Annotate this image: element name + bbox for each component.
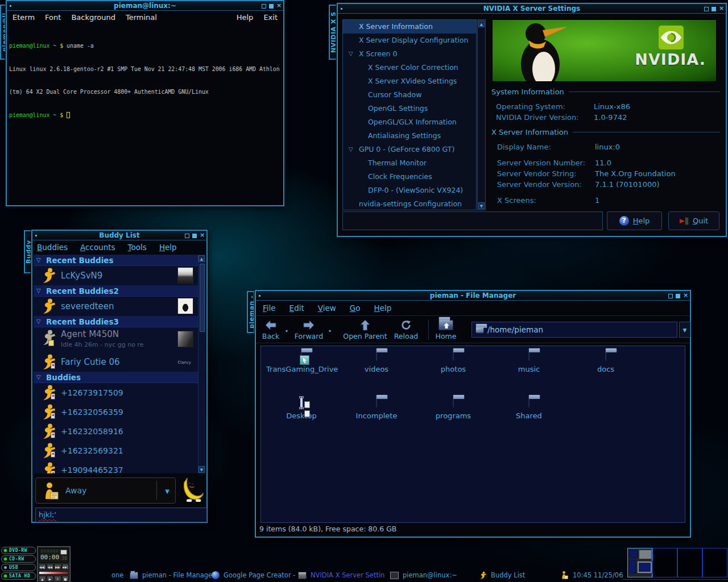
collapse-icon[interactable]: ▽: [36, 255, 41, 266]
group-recent-buddies2[interactable]: ▽Recent Buddies2: [34, 285, 198, 297]
folder-programs[interactable]: programs: [418, 398, 489, 420]
tree-item-nvidia-settings-config[interactable]: nvidia-settings Configuration: [343, 197, 476, 210]
home-button[interactable]: Home: [433, 318, 458, 340]
menu-eterm[interactable]: Eterm: [13, 13, 35, 22]
window-menu-icon[interactable]: [10, 5, 11, 7]
folder-transgaming-drive[interactable]: TransGaming_Drive: [266, 352, 337, 373]
task-terminal[interactable]: pieman@linux:~: [390, 570, 457, 580]
terminal-output[interactable]: pieman@linux ~ $ uname -a Linux linux 2.…: [7, 23, 283, 138]
dropdown-icon[interactable]: ▼: [165, 488, 169, 494]
forward-button[interactable]: Forward: [292, 318, 325, 340]
fast-forward-button[interactable]: ▶▶: [54, 564, 61, 570]
next-track-button[interactable]: ▶▶|: [62, 564, 69, 570]
workspace-4[interactable]: [702, 548, 727, 577]
tree-scrollbar[interactable]: ▲ ▼: [477, 19, 486, 210]
collapse-icon[interactable]: ▽: [36, 372, 41, 383]
tree-item-clock-frequencies[interactable]: Clock Frequencies: [343, 170, 476, 184]
workspace-3[interactable]: [677, 548, 702, 577]
scroll-down-icon[interactable]: ▼: [198, 466, 205, 473]
stop-button[interactable]: ■: [62, 576, 69, 582]
mount-button-satahd[interactable]: SATA HD: [1, 572, 36, 580]
task-google-page-creator[interactable]: Google Page Creator -: [212, 570, 295, 580]
workspace-1[interactable]: [627, 548, 652, 577]
tree-item-opengl-glx-info[interactable]: OpenGL/GLX Information: [343, 115, 476, 129]
maximize-icon[interactable]: [676, 294, 680, 298]
collapse-icon[interactable]: ▽: [36, 316, 41, 327]
tree-item-dfp-0[interactable]: DFP-0 - (ViewSonic VX924): [343, 184, 476, 197]
scroll-up-icon[interactable]: ▲: [478, 20, 485, 27]
scrollbar-thumb[interactable]: [200, 264, 205, 332]
menu-edit[interactable]: Edit: [289, 304, 304, 313]
help-button[interactable]: ? Help: [607, 211, 662, 230]
scroll-up-icon[interactable]: ▲: [198, 255, 205, 262]
tree-item-cursor-shadow[interactable]: Cursor Shadow: [343, 88, 476, 102]
minimize-icon[interactable]: [668, 294, 673, 298]
close-icon[interactable]: ×: [683, 293, 688, 298]
open-parent-button[interactable]: Open Parent: [341, 318, 389, 340]
reload-button[interactable]: Reload: [391, 318, 421, 340]
tree-item-gpu-0[interactable]: ▽GPU 0 - (GeForce 6800 GT): [343, 143, 476, 156]
folder-desktop[interactable]: Desktop: [266, 398, 337, 420]
task-nvidia-settings[interactable]: NVIDIA X Server Settin: [298, 570, 384, 580]
workspace-2[interactable]: [652, 548, 677, 577]
mount-button-cdrw[interactable]: CD-RW: [1, 555, 36, 563]
folder-docs[interactable]: docs: [570, 352, 641, 373]
buddylist-window-side-tab[interactable]: Buddy List: [24, 230, 32, 273]
buddy-row[interactable]: Fariy Cutie 06 Clancy: [34, 352, 198, 372]
tree-item-x-screen-0[interactable]: ▽X Screen 0: [343, 47, 476, 61]
group-recent-buddies3[interactable]: ▽Recent Buddies3: [34, 316, 198, 327]
terminal-titlebar[interactable]: pieman@linux:~ ×: [7, 1, 283, 11]
mount-button-dvdrw[interactable]: DVD-RW: [1, 547, 36, 554]
minimize-icon[interactable]: [704, 7, 709, 11]
workspace-label[interactable]: one: [111, 570, 123, 580]
folder-music[interactable]: music: [494, 352, 564, 373]
tree-item-x-server-information[interactable]: X Server Information: [343, 20, 476, 34]
rewind-button[interactable]: ◀◀: [47, 564, 54, 570]
tree-expand-icon[interactable]: ▽: [349, 143, 353, 156]
group-buddies[interactable]: ▽Buddies: [34, 372, 198, 383]
menu-buddies[interactable]: Buddies: [37, 243, 68, 252]
buddylist-titlebar[interactable]: Buddy List ×: [32, 231, 206, 240]
menu-terminal[interactable]: Terminal: [126, 13, 157, 22]
menu-accounts[interactable]: Accounts: [80, 243, 115, 252]
tree-item-antialiasing[interactable]: Antialiasing Settings: [343, 129, 476, 143]
menu-tools[interactable]: Tools: [128, 243, 147, 252]
prev-track-button[interactable]: ◀◀|: [39, 564, 46, 570]
menu-help[interactable]: Help: [374, 304, 392, 313]
menu-file[interactable]: File: [263, 304, 276, 313]
minimize-icon[interactable]: [185, 234, 189, 238]
folder-videos[interactable]: videos: [341, 352, 412, 373]
tree-item-display-configuration[interactable]: X Server Display Configuration: [343, 34, 476, 47]
tree-item-thermal-monitor[interactable]: Thermal Monitor: [343, 156, 476, 170]
maximize-icon[interactable]: [712, 7, 716, 11]
buddy-row[interactable]: Agent M450N Idle 4h 26m - nyc gg no re: [34, 327, 198, 352]
buddy-row[interactable]: +19094465237: [34, 460, 198, 473]
forward-history-caret-icon[interactable]: ▾: [329, 329, 331, 334]
status-message-input[interactable]: hjkl;': [35, 508, 207, 522]
tree-item-xvideo-settings[interactable]: X Server XVideo Settings: [343, 74, 476, 88]
menu-help[interactable]: Help: [159, 243, 177, 252]
clock[interactable]: 10:45 11/25/06: [561, 570, 623, 580]
back-history-caret-icon[interactable]: ▾: [286, 329, 288, 334]
status-selector[interactable]: Away ▼: [35, 477, 176, 504]
filemanager-titlebar[interactable]: pieman - File Manager ×: [256, 291, 690, 301]
task-filemanager[interactable]: pieman - File Manager: [130, 570, 215, 580]
buddy-row[interactable]: severedteen: [34, 297, 198, 316]
folder-shared[interactable]: Shared: [494, 398, 564, 420]
filemanager-window-side-tab[interactable]: pieman - Fi: [247, 291, 255, 333]
menu-exit[interactable]: Exit: [263, 13, 278, 22]
folder-incomplete[interactable]: Incomplete: [341, 398, 412, 420]
pause-button[interactable]: II: [54, 576, 61, 582]
nvidia-titlebar[interactable]: NVIDIA X Server Settings ×: [338, 4, 726, 14]
window-menu-icon[interactable]: [259, 295, 260, 297]
eject-button[interactable]: ▲: [39, 576, 46, 582]
task-buddy-list[interactable]: Buddy List: [479, 570, 525, 580]
maximize-icon[interactable]: [269, 4, 274, 9]
close-icon[interactable]: ×: [200, 233, 204, 238]
buddylist-scrollbar[interactable]: ▲ ▼: [198, 255, 205, 473]
scroll-down-icon[interactable]: ▼: [478, 202, 485, 209]
menu-font[interactable]: Font: [45, 13, 61, 22]
menu-help[interactable]: Help: [237, 13, 254, 22]
file-view[interactable]: TransGaming_Drive videos photos music do…: [260, 346, 685, 523]
menu-view[interactable]: View: [318, 304, 336, 313]
